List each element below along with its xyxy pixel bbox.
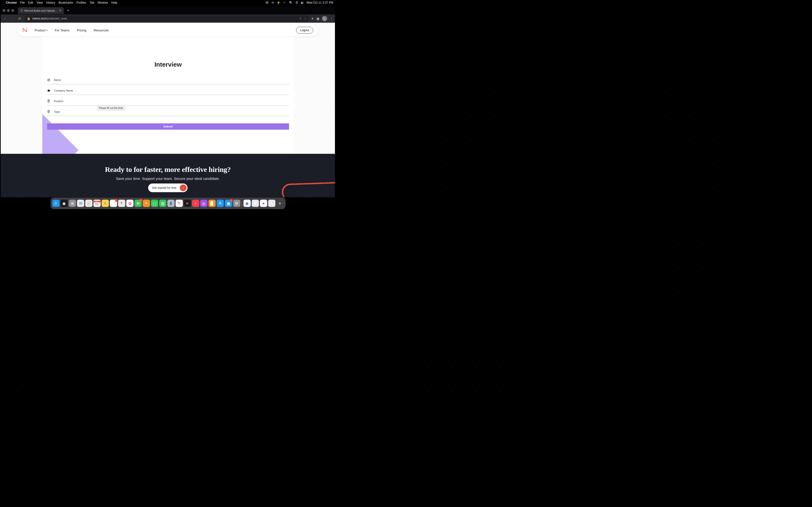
dock-textedit[interactable]: 📄 — [268, 200, 275, 207]
menu-history[interactable]: History — [46, 1, 55, 4]
browser-tab[interactable]: ⓘ Record Audio and Upload to E ✕ — [18, 7, 64, 14]
position-icon: 🗄 — [47, 99, 51, 103]
dock-numbers[interactable]: ▥ — [159, 200, 166, 207]
extensions-icon[interactable]: ✦ — [311, 17, 314, 20]
site-nav: Product▾ For Teams Pricing Resources Log… — [18, 24, 318, 36]
sidepanel-icon[interactable]: ▣ — [316, 17, 319, 20]
get-started-button[interactable]: Get started for free → — [148, 183, 188, 192]
menu-bookmarks[interactable]: Bookmarks — [59, 1, 73, 4]
spotlight-icon[interactable]: 🔍 — [289, 1, 293, 4]
menu-edit[interactable]: Edit — [28, 1, 33, 4]
dock-books[interactable]: ▉ — [208, 200, 215, 207]
topic-input[interactable] — [54, 110, 289, 113]
field-name: @ — [47, 75, 289, 84]
app-name[interactable]: Chrome — [6, 1, 17, 4]
dock-settings[interactable]: ⚙ — [233, 200, 240, 207]
cc-icon[interactable]: ⟲ — [271, 1, 274, 4]
window-minimize[interactable] — [7, 9, 10, 12]
browser-toolbar: ← → ⟳ 🔒 interio.tech/protected_area ⇪ ☆ … — [1, 14, 335, 23]
close-tab-icon[interactable]: ✕ — [59, 9, 61, 12]
name-input[interactable] — [54, 78, 289, 81]
dock-separator — [242, 200, 242, 207]
dock-trash[interactable]: 🗑 — [276, 200, 284, 207]
new-tab-button[interactable]: ＋ — [65, 8, 71, 13]
dock-launchpad[interactable]: ⊞ — [69, 200, 76, 207]
menu-file[interactable]: File — [20, 1, 24, 4]
badge: 1 — [115, 199, 118, 202]
dock-messages[interactable]: ✉27 — [134, 200, 142, 207]
window-close[interactable] — [3, 9, 5, 12]
dock-photos[interactable]: ✿ — [126, 200, 134, 207]
validation-tooltip: Please fill out this field. — [97, 106, 125, 110]
user-icon[interactable]: ◐ — [301, 1, 304, 4]
site-logo-icon[interactable] — [22, 27, 27, 33]
dock-chrome[interactable]: ◉ — [243, 200, 251, 207]
position-input[interactable] — [54, 100, 289, 103]
macos-menubar: Chrome File Edit View History Bookmarks … — [0, 0, 336, 5]
cta-label: Get started for free — [152, 186, 176, 189]
nav-pricing[interactable]: Pricing — [77, 29, 87, 32]
dock-contacts[interactable]: 👤 — [167, 200, 174, 207]
dock-music[interactable]: ♪ — [192, 200, 199, 207]
info-icon: ⓘ — [20, 9, 23, 12]
dock-facetime[interactable]: ▢ — [151, 200, 158, 207]
dock-mail[interactable]: ✉ — [77, 200, 84, 207]
profile-avatar[interactable]: C — [322, 16, 327, 21]
page-viewport: Product▾ For Teams Pricing Resources Log… — [1, 23, 335, 197]
dock-maps[interactable]: 📍 — [118, 200, 125, 207]
malwarebytes-icon[interactable]: Ⓜ — [266, 1, 268, 5]
nav-for-teams[interactable]: For Teams — [55, 29, 69, 32]
url-path: /protected_area — [47, 17, 67, 20]
dock-safari[interactable]: 🧭 — [85, 200, 92, 207]
address-bar[interactable]: 🔒 interio.tech/protected_area ⇪ ☆ — [24, 15, 309, 22]
reload-button[interactable]: ⟳ — [17, 17, 22, 20]
dock-calendar[interactable]: OCT11 — [93, 200, 101, 207]
dock-notes2[interactable]: ✎ — [143, 200, 150, 207]
at-icon: @ — [47, 78, 51, 81]
battery-icon[interactable]: ⚡ — [277, 1, 280, 4]
bookmark-icon[interactable]: ☆ — [304, 17, 307, 20]
cta-footer: Ready to for faster, more effective hiri… — [1, 154, 335, 197]
nav-product[interactable]: Product▾ — [35, 29, 48, 32]
tab-strip: ⓘ Record Audio and Upload to E ✕ ＋ — [1, 6, 335, 14]
url-domain: interio.tech — [33, 17, 47, 20]
forward-button[interactable]: → — [10, 17, 15, 20]
logout-button[interactable]: Logout — [296, 27, 313, 34]
menu-profiles[interactable]: Profiles — [77, 1, 86, 4]
dock-itunes[interactable]: ★ — [260, 200, 267, 207]
badge: 27 — [139, 199, 142, 202]
dock-preview[interactable]: 🖼 — [252, 200, 259, 207]
field-company: 🖿 — [47, 86, 289, 95]
dock-zoom[interactable]: ▣1 — [225, 200, 232, 207]
chrome-window: ⓘ Record Audio and Upload to E ✕ ＋ ← → ⟳… — [1, 6, 335, 197]
back-button[interactable]: ← — [3, 17, 8, 20]
menu-help[interactable]: Help — [111, 1, 117, 4]
window-zoom[interactable] — [11, 9, 14, 12]
badge: 1 — [230, 199, 233, 202]
decorative-squiggle — [282, 181, 335, 197]
wifi-icon[interactable]: ᯤ — [283, 1, 286, 4]
tab-title: Record Audio and Upload to E — [24, 9, 58, 12]
dock-finder[interactable]: ☺ — [52, 200, 59, 207]
dock-podcasts[interactable]: ◎ — [200, 200, 207, 207]
topic-icon: 🗄 — [47, 110, 51, 113]
clock[interactable]: Wed Oct 11 3:37 PM — [306, 1, 333, 4]
dock-tv[interactable]: tv — [184, 200, 191, 207]
share-icon[interactable]: ⇪ — [299, 17, 302, 20]
dock-notes[interactable]: ≡ — [101, 200, 109, 207]
field-position: 🗄 — [47, 97, 289, 106]
control-center-icon[interactable]: ☰ — [296, 1, 298, 4]
macos-dock: ☺◉⊞✉🧭OCT11≡⋮⋮1📍✿✉27✎▢▥👤Ntv♪◎▉A▣1⚙◉🖼★📄🗑 — [50, 198, 286, 209]
dock-appstore[interactable]: A — [216, 200, 224, 207]
menu-view[interactable]: View — [37, 1, 43, 4]
footer-sub: Save your time. Support your team. Secur… — [116, 176, 220, 181]
chrome-menu-icon[interactable]: ⋮ — [329, 17, 333, 20]
submit-button[interactable]: Submit — [47, 123, 289, 130]
nav-resources[interactable]: Resources — [94, 29, 109, 32]
menu-tab[interactable]: Tab — [90, 1, 94, 4]
company-input[interactable] — [54, 89, 289, 92]
menu-window[interactable]: Window — [98, 1, 108, 4]
dock-news[interactable]: N — [175, 200, 183, 207]
dock-siri[interactable]: ◉ — [60, 200, 68, 207]
dock-reminders[interactable]: ⋮⋮1 — [110, 200, 117, 207]
